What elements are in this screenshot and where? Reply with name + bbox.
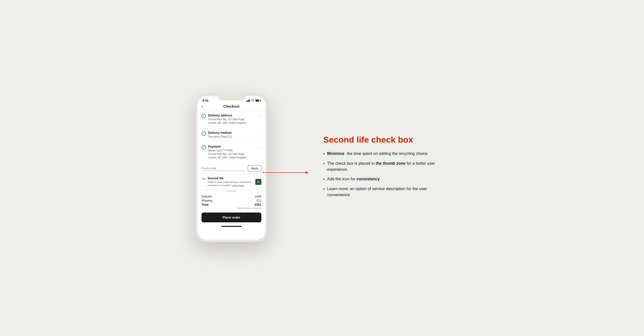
bullet-text: Add the icon for consistency: [327, 176, 380, 182]
info-panel: Second life check box Minimise the time …: [323, 135, 449, 202]
status-time: 9:41: [203, 99, 209, 102]
chevron-right-icon: ›: [260, 114, 261, 118]
back-button[interactable]: ‹: [202, 104, 203, 109]
list-item: Learn more: an option of service descrip…: [323, 186, 449, 198]
phone-notch: [218, 94, 245, 100]
scroll-indicator: [197, 190, 265, 192]
bullet-text: Learn more: an option of service descrip…: [327, 186, 449, 198]
second-life-desc: Notify for extra credit and easy, hassle…: [208, 181, 253, 187]
list-item: Minimise the time spent on adding the re…: [323, 151, 449, 157]
second-life-title: Second life: [208, 177, 253, 180]
summary-section: Subtotal £540 Shipping £11 Total £551 (I…: [197, 192, 265, 211]
chevron-right-icon: ›: [260, 132, 261, 135]
place-order-button[interactable]: Place order: [202, 213, 261, 222]
delivery-method-title: Delivery method: [208, 131, 232, 135]
list-item: The check box is placed in the thumb zon…: [323, 160, 449, 173]
payment-title: Payment: [208, 145, 247, 148]
delivery-address-item[interactable]: Delivery address Ground floor flat, 213 …: [197, 111, 265, 128]
bullet-text: The check box is placed in the thumb zon…: [327, 160, 449, 173]
delivery-method-detail: One piece (Total £11): [208, 135, 232, 139]
second-life-checkbox[interactable]: [255, 179, 261, 185]
recycle-icon: [202, 177, 206, 181]
check-icon-delivery-method: [202, 131, 206, 136]
check-icon-payment: [202, 145, 206, 150]
screen-header: ‹ Checkout: [197, 103, 265, 110]
payment-detail: Master card *****9768,Ground floor flat,…: [208, 149, 247, 159]
info-title: Second life check box: [323, 135, 449, 145]
second-life-section: Second life Notify for extra credit and …: [197, 174, 265, 190]
wifi-icon: [251, 99, 254, 102]
promo-section: Apply: [197, 163, 265, 174]
delivery-method-item[interactable]: Delivery method One piece (Total £11) ›: [197, 128, 265, 142]
info-list: Minimise the time spent on adding the re…: [323, 151, 449, 198]
svg-marker-1: [306, 171, 308, 174]
battery-icon: [255, 99, 260, 102]
delivery-address-detail: Ground floor flat, 213 Side Road,London,…: [208, 118, 247, 125]
shipping-label: Shipping: [202, 199, 212, 202]
total-label: Total: [202, 203, 209, 206]
delivery-address-title: Delivery address: [208, 114, 247, 117]
page-title: Checkout: [223, 104, 239, 108]
payment-item[interactable]: Payment Master card *****9768,Ground flo…: [197, 142, 265, 163]
shipping-value: £11: [257, 199, 261, 202]
subtotal-label: Subtotal: [202, 195, 212, 198]
bullet-bold: Minimise: [327, 151, 344, 157]
svg-point-2: [263, 172, 264, 173]
list-item: Add the icon for consistency: [323, 176, 449, 182]
home-indicator: [197, 225, 265, 229]
bullet-bold: consistency: [356, 177, 380, 181]
chevron-right-icon: ›: [260, 145, 261, 149]
promo-input[interactable]: [202, 166, 246, 171]
apply-button[interactable]: Apply: [248, 165, 261, 171]
check-icon-delivery-address: [202, 114, 206, 118]
status-icons: [246, 99, 260, 102]
phone-mockup: 9:41: [195, 94, 268, 242]
signal-icon: [246, 99, 250, 102]
duties-note: (Import duties included): [202, 207, 261, 209]
bullet-bold: the thumb zone: [376, 161, 406, 165]
bullet-text: the time spent on adding the recycling c…: [347, 151, 427, 157]
screen-content: Delivery address Ground floor flat, 213 …: [197, 111, 265, 240]
subtotal-value: £540: [255, 195, 261, 198]
learn-more-link[interactable]: Learn more.: [232, 184, 244, 187]
total-value: £551: [255, 203, 261, 206]
arrow-connector: [263, 170, 313, 175]
